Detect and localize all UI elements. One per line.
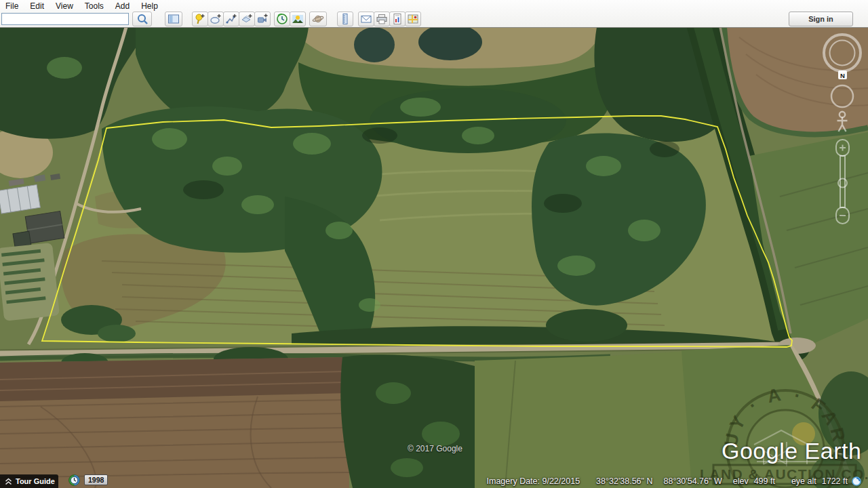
- imagery-date: Imagery Date: 9/22/2015: [487, 476, 580, 486]
- sidebar-panels-icon: [167, 13, 180, 25]
- menu-add[interactable]: Add: [115, 1, 130, 12]
- save-image-button[interactable]: [389, 12, 406, 26]
- top-toolbar: File Edit View Tools Add Help: [0, 0, 868, 28]
- email-button[interactable]: [358, 12, 374, 26]
- menu-file[interactable]: File: [5, 1, 18, 12]
- ruler-icon: [339, 13, 351, 25]
- planets-button[interactable]: [309, 12, 327, 26]
- tour-guide-bar[interactable]: Tour Guide: [0, 474, 58, 488]
- sun-icon: [292, 13, 304, 25]
- history-clock-icon: [276, 13, 288, 25]
- planet-icon: [312, 13, 324, 25]
- record-tour-button[interactable]: [254, 12, 271, 26]
- ruler-button[interactable]: [337, 12, 353, 26]
- chevron-up-double-icon: [5, 478, 12, 485]
- eye-alt-label: eye alt: [791, 476, 816, 486]
- search-icon: [136, 13, 149, 25]
- map-viewport[interactable]: BUY · A · FARM LAND & AUCTION CO. N: [0, 27, 868, 488]
- menu-bar: File Edit View Tools Add Help: [5, 1, 170, 12]
- view-in-maps-button[interactable]: [405, 12, 421, 26]
- streaming-indicator-icon: [852, 476, 861, 486]
- menu-tools[interactable]: Tools: [85, 1, 104, 12]
- satellite-imagery: BUY · A · FARM LAND & AUCTION CO. N: [0, 27, 868, 488]
- sign-in-button[interactable]: Sign in: [789, 12, 853, 26]
- tour-guide-label: Tour Guide: [16, 477, 55, 485]
- save-image-icon: [391, 13, 403, 25]
- menu-edit[interactable]: Edit: [30, 1, 44, 12]
- svg-text:N: N: [840, 72, 845, 79]
- path-icon: [225, 13, 237, 25]
- print-button[interactable]: [374, 12, 390, 26]
- search-button[interactable]: [132, 12, 152, 26]
- printer-icon: [376, 13, 388, 25]
- latitude-readout: 38°32'38.56" N: [596, 476, 652, 486]
- polygon-icon: [210, 13, 222, 25]
- time-slider-clock-icon[interactable]: [68, 474, 80, 486]
- sidebar-toggle-button[interactable]: [165, 12, 182, 26]
- sunlight-button[interactable]: [290, 12, 306, 26]
- pushpin-icon: [194, 13, 206, 25]
- envelope-icon: [360, 13, 372, 25]
- google-earth-logo: Google Earth: [722, 438, 861, 464]
- map-copyright: © 2017 Google: [408, 444, 462, 453]
- eye-alt-value: 1722 ft: [822, 476, 848, 486]
- google-earth-window: { "menu": {"items": ["File", "Edit", "Vi…: [0, 0, 868, 488]
- timeline-year-badge[interactable]: 1998: [84, 474, 108, 485]
- menu-help[interactable]: Help: [141, 1, 158, 12]
- image-overlay-icon: [241, 13, 253, 25]
- search-input[interactable]: [1, 13, 129, 25]
- polygon-button[interactable]: [208, 12, 224, 26]
- elev-value: 499 ft: [754, 476, 775, 486]
- compass-north-badge[interactable]: N: [838, 70, 847, 79]
- path-button[interactable]: [223, 12, 239, 26]
- placemark-button[interactable]: [192, 12, 208, 26]
- elev-label: elev: [733, 476, 749, 486]
- longitude-readout: 88°30'54.76" W: [664, 476, 722, 486]
- historical-imagery-button[interactable]: [274, 12, 290, 26]
- camcorder-icon: [256, 13, 269, 25]
- image-overlay-button[interactable]: [239, 12, 255, 26]
- map-icon: [407, 13, 419, 25]
- status-bar: Imagery Date: 9/22/2015 38°32'38.56" N 8…: [487, 476, 862, 486]
- menu-view[interactable]: View: [56, 1, 73, 12]
